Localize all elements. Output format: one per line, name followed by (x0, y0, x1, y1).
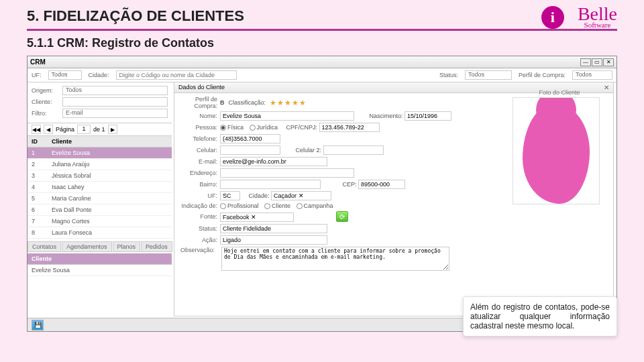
table-row[interactable]: 2Juliana Araújo (28, 159, 172, 170)
nascimento-field[interactable] (405, 111, 451, 121)
radio-fisica[interactable] (220, 125, 226, 131)
tab-planos[interactable]: Planos (113, 241, 141, 252)
pager-next-icon[interactable]: ▶ (108, 125, 117, 134)
radio-cliente[interactable] (264, 203, 270, 209)
page-header: 5. FIDELIZAÇÃO DE CLIENTES i BelleSoftwa… (0, 0, 644, 54)
radio-juridica[interactable] (250, 125, 256, 131)
window-titlebar: CRM — ▭ ✕ (28, 56, 616, 68)
help-tooltip: Além do registro de contatos, pode-se at… (463, 296, 617, 337)
table-row[interactable]: 8Laura Fonseca (28, 227, 172, 239)
client-detail-panel: Dados do Cliente ✕ Foto do Cliente Perfi… (174, 82, 614, 316)
table-row[interactable]: 1Evelize Sousa (28, 147, 172, 159)
telefone-field[interactable] (220, 134, 280, 143)
celular-field[interactable] (220, 145, 280, 155)
star-icon: ★★★★★ (270, 99, 307, 107)
uf-field[interactable] (220, 191, 240, 200)
refresh-icon[interactable]: ⟳ (336, 211, 348, 222)
perfil-select[interactable]: Todos (572, 70, 612, 80)
cpf-field[interactable] (319, 123, 380, 132)
table-row[interactable]: 3Jéssica Sobral (28, 170, 172, 182)
email-field[interactable] (220, 157, 327, 166)
observacao-field[interactable]: Hoje entrei em contato com a cliente par… (221, 247, 449, 271)
window-title: CRM (30, 58, 46, 66)
cliente-input[interactable] (62, 97, 168, 107)
origem-select[interactable]: Todos (62, 86, 168, 95)
panel-title: Dados do Cliente (178, 84, 225, 91)
fonte-field[interactable] (220, 213, 294, 222)
tab-agendamentos[interactable]: Agendamentos (62, 241, 112, 252)
top-filter-row: UF: Todos Cidade: Status: Todos Perfil d… (28, 68, 616, 82)
table-row[interactable]: 4Isaac Lahey (28, 182, 172, 193)
endereco-field[interactable] (220, 168, 354, 178)
save-button[interactable]: 💾 (32, 320, 44, 330)
uf-select[interactable]: Todos (48, 70, 82, 80)
cep-field[interactable] (358, 180, 405, 189)
status-select[interactable]: Todos (465, 70, 512, 80)
status-field[interactable] (220, 224, 327, 233)
left-panel: Origem:Todos Cliente: Filtro:E-mail ◀◀ ◀… (28, 83, 172, 276)
photo-box: Foto do Cliente (513, 89, 606, 204)
client-table: IDCliente 1Evelize Sousa2Juliana Araújo3… (28, 136, 172, 239)
list-item[interactable]: Evelize Sousa (28, 265, 172, 276)
radio-profissional[interactable] (220, 203, 226, 209)
tab-pedidos[interactable]: Pedidos (141, 241, 172, 252)
crm-window: CRM — ▭ ✕ UF: Todos Cidade: Status: Todo… (27, 56, 617, 332)
header-right: i BelleSoftware (541, 5, 617, 29)
acao-field[interactable] (220, 235, 327, 245)
radio-campanha[interactable] (297, 203, 303, 209)
nome-field[interactable] (220, 111, 354, 121)
cidade-input[interactable] (116, 70, 237, 80)
page-title: 5. FIDELIZAÇÃO DE CLIENTES (27, 7, 244, 27)
maximize-icon[interactable]: ▭ (592, 58, 602, 66)
page-subtitle: 5.1.1 CRM: Registro de Contatos (27, 31, 617, 54)
detail-tabs: ContatosAgendamentosPlanosPedidos (28, 241, 172, 252)
info-icon[interactable]: i (541, 6, 564, 29)
pager: ◀◀ ◀ Página 1 de 1 ▶ (28, 123, 172, 136)
page-input[interactable]: 1 (77, 125, 91, 134)
sub-table: Cliente Evelize Sousa (28, 253, 172, 276)
client-photo[interactable] (513, 97, 600, 204)
table-row[interactable]: 5Maria Caroline (28, 193, 172, 204)
minimize-icon[interactable]: — (580, 58, 591, 66)
cidade-field[interactable] (271, 191, 331, 200)
pager-prev-icon[interactable]: ◀ (44, 125, 53, 134)
celular2-field[interactable] (323, 145, 384, 155)
filtro-select[interactable]: E-mail (62, 109, 168, 118)
table-row[interactable]: 7Magno Cortes (28, 216, 172, 227)
bairro-field[interactable] (220, 180, 321, 189)
close-icon[interactable]: ✕ (603, 58, 614, 66)
tab-contatos[interactable]: Contatos (28, 241, 61, 252)
table-row[interactable]: 6Eva Dall Ponte (28, 204, 172, 216)
brand-logo: BelleSoftware (578, 5, 617, 29)
pager-first-icon[interactable]: ◀◀ (32, 125, 41, 134)
